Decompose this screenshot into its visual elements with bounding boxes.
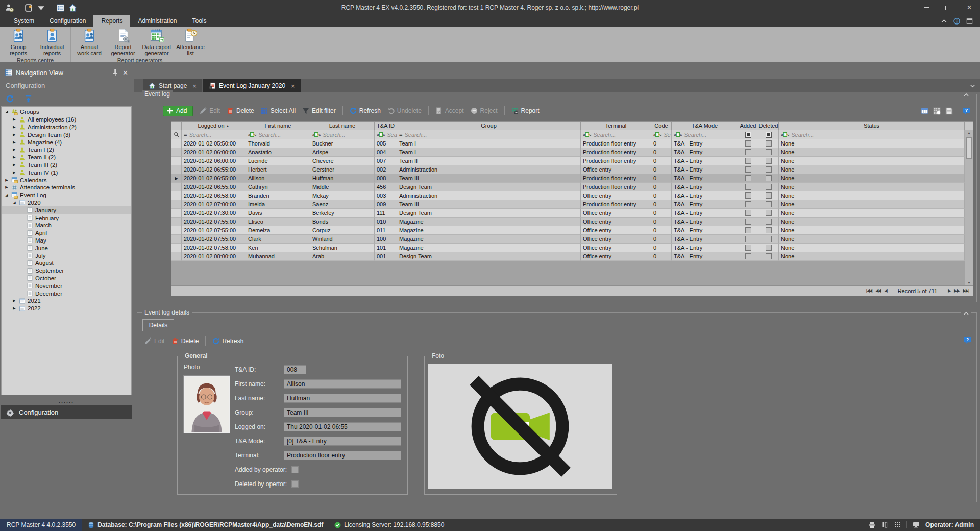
column-header-group[interactable]: Group (397, 122, 581, 130)
column-header-deleted[interactable]: Deleted (758, 122, 779, 130)
column-header-terminal[interactable]: Terminal (581, 122, 651, 130)
abc-filter-icon[interactable]: aBc (781, 133, 789, 137)
document-tab-event-log-january-2020[interactable]: Event Log January 2020× (203, 79, 301, 92)
filter-cell-t-a-id[interactable]: aBcSea... (375, 130, 397, 139)
refresh-button[interactable]: Refresh (212, 337, 243, 345)
field-checkbox[interactable] (291, 466, 299, 473)
collapse-ribbon-icon[interactable] (941, 18, 947, 25)
scroll-up-icon[interactable]: ▲ (965, 131, 973, 135)
grid-options-icon[interactable] (933, 107, 941, 115)
menu-tab-reports[interactable]: Reports (93, 15, 130, 27)
filter-cell-group[interactable]: =Search... (397, 130, 581, 139)
tree-item-may[interactable]: May (2, 237, 131, 245)
field-input-terminal[interactable]: Production floor entry (284, 451, 401, 460)
user-clock-icon[interactable] (5, 4, 14, 12)
window-icon[interactable] (966, 18, 973, 25)
tree-item-january[interactable]: January (2, 206, 131, 214)
tree-expander-icon[interactable]: ◢ (4, 193, 9, 197)
table-row[interactable]: 2020-01-02 07:55:00DemelzaCorpuz011Magaz… (172, 226, 965, 235)
minimize-button[interactable] (916, 0, 937, 15)
table-row[interactable]: 2020-01-02 06:58:00BrandenMckay003Admini… (172, 191, 965, 200)
app-icon[interactable] (24, 4, 33, 12)
table-row[interactable]: 2020-01-02 06:00:00AnastatioArispe004Tea… (172, 148, 965, 157)
delete-button[interactable]: Delete (227, 107, 254, 114)
next-record-button[interactable]: ▶ (948, 288, 950, 293)
row-checkbox[interactable] (766, 236, 772, 242)
ribbon-button-individual-reports[interactable]: Individual reports (35, 28, 69, 57)
filter-cell-code[interactable]: aBcSea... (651, 130, 672, 139)
tree-expander-icon[interactable]: ▶ (12, 163, 17, 167)
row-checkbox[interactable] (766, 175, 772, 181)
maximize-button[interactable] (937, 0, 959, 15)
refresh-button[interactable]: Refresh (350, 107, 381, 114)
tab-details[interactable]: Details (142, 319, 174, 331)
tree-item-groups[interactable]: ◢Groups (2, 108, 131, 116)
row-checkbox[interactable] (745, 201, 751, 207)
row-checkbox[interactable] (745, 236, 751, 242)
collapse-groupbox-icon[interactable] (961, 310, 971, 317)
filter-cell-added[interactable] (738, 130, 758, 139)
row-checkbox[interactable] (766, 210, 772, 216)
ribbon-button-group-reports[interactable]: Group reports (2, 28, 35, 57)
abc-filter-icon[interactable]: aBc (583, 133, 591, 137)
tree-item-team-ii-2[interactable]: ▶Team II (2) (2, 154, 131, 161)
tree-expander-icon[interactable]: ▶ (12, 117, 17, 122)
home-icon[interactable] (68, 4, 77, 12)
row-checkbox[interactable] (745, 149, 751, 155)
field-input-t-a-id[interactable]: 008 (284, 365, 306, 374)
row-checkbox[interactable] (745, 175, 751, 181)
tree-item-april[interactable]: April (2, 229, 131, 237)
sidebar-item-configuration[interactable]: Configuration (1, 405, 132, 419)
field-input-t-a-mode[interactable]: [0] T&A - Entry (284, 437, 401, 446)
tree-item-june[interactable]: June (2, 244, 131, 252)
ribbon-button-data-export-generator[interactable]: Data export generator (140, 28, 174, 57)
scroll-down-icon[interactable]: ▼ (965, 281, 973, 284)
tree-expander-icon[interactable]: ▶ (12, 306, 17, 310)
tab-close-icon[interactable]: × (291, 82, 295, 90)
menu-tab-administration[interactable]: Administration (130, 15, 184, 27)
tree-item-october[interactable]: October (2, 275, 131, 282)
save-layout-icon[interactable] (945, 107, 953, 115)
menu-tab-configuration[interactable]: Configuration (42, 15, 93, 27)
delete-button[interactable]: Delete (172, 337, 199, 345)
filter-cell-deleted[interactable] (758, 130, 779, 139)
tree-item-all-employees-16[interactable]: ▶All employees (16) (2, 116, 131, 124)
next-page-button[interactable]: ▶▶ (954, 288, 959, 293)
table-row[interactable]: 2020-01-02 08:00:00MuhannadArab001Design… (172, 252, 965, 261)
tree-expander-icon[interactable]: ▶ (12, 155, 17, 159)
tree-expander-icon[interactable]: ◢ (4, 110, 9, 114)
table-row[interactable]: 2020-01-02 07:55:00ClarkWinland100Magazi… (172, 235, 965, 244)
collapse-groupbox-icon[interactable] (961, 92, 971, 98)
row-checkbox[interactable] (766, 149, 772, 155)
row-checkbox[interactable] (745, 192, 751, 199)
select-all-button[interactable]: Select All (261, 107, 296, 114)
splitter-handle[interactable]: ...... (1, 398, 132, 403)
table-row[interactable]: 2020-01-02 05:50:00ThorvaldBuckner005Tea… (172, 139, 965, 148)
tree-item-july[interactable]: July (2, 252, 131, 259)
tree-item-august[interactable]: August (2, 259, 131, 267)
row-checkbox[interactable] (745, 184, 751, 190)
tree-item-march[interactable]: March (2, 222, 131, 229)
ribbon-button-report-generator[interactable]: Report generator (106, 28, 140, 57)
navigation-view-icon[interactable] (56, 4, 65, 12)
tree-item-team-iv-1[interactable]: ▶Team IV (1) (2, 168, 131, 176)
help-icon[interactable]: ? (963, 107, 970, 115)
row-checkbox[interactable] (766, 201, 772, 207)
filter-cell-first-name[interactable]: aBcSearch... (246, 130, 310, 139)
tree-item-2020[interactable]: ◢2020 (2, 199, 131, 207)
row-checkbox[interactable] (745, 253, 751, 259)
row-checkbox[interactable] (766, 219, 772, 225)
row-checkbox[interactable] (745, 210, 751, 216)
ribbon-button-attendance-list[interactable]: Attendance list (174, 28, 207, 57)
equals-filter-icon[interactable]: = (399, 132, 402, 138)
table-row[interactable]: 2020-01-02 07:58:00KenSchulman101Magazin… (172, 244, 965, 252)
column-chooser-icon[interactable] (921, 107, 928, 115)
filter-checkbox[interactable] (745, 132, 751, 138)
tree-item-event-log[interactable]: ◢Event Log (2, 191, 131, 199)
prev-record-button[interactable]: ◀ (885, 288, 887, 293)
last-record-button[interactable]: ▶▶| (963, 288, 969, 293)
tree-item-2021[interactable]: ▶2021 (2, 297, 131, 305)
row-checkbox[interactable] (745, 245, 751, 251)
table-row[interactable]: 2020-01-02 07:30:00DavisBerkeley111Desig… (172, 209, 965, 218)
ribbon-button-annual-work-card[interactable]: Annual work card (72, 28, 106, 57)
